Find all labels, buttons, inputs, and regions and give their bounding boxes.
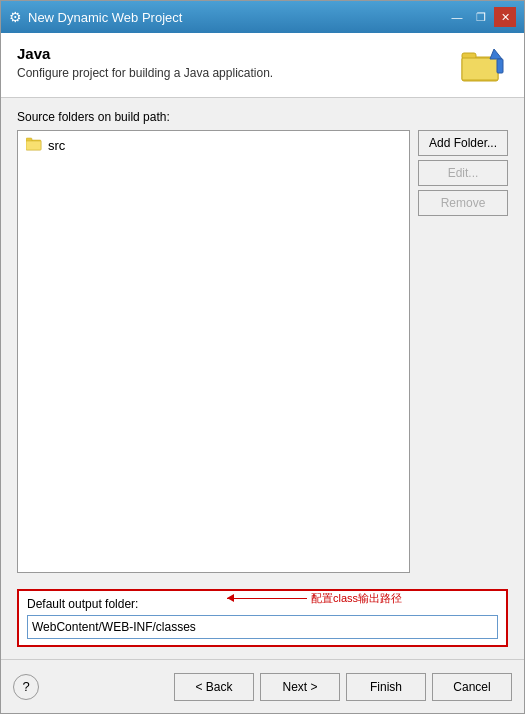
list-item[interactable]: src: [22, 135, 405, 156]
back-button[interactable]: < Back: [174, 673, 254, 701]
window-icon: ⚙: [9, 9, 22, 25]
src-folder-label: src: [48, 138, 65, 153]
svg-rect-7: [26, 141, 41, 150]
finish-button[interactable]: Finish: [346, 673, 426, 701]
build-path-area: src Add Folder... Edit... Remove: [17, 130, 508, 573]
source-folders-label: Source folders on build path:: [17, 110, 508, 124]
next-button[interactable]: Next >: [260, 673, 340, 701]
svg-rect-2: [462, 58, 498, 80]
edit-button[interactable]: Edit...: [418, 160, 508, 186]
content: Source folders on build path: src Add Fo…: [1, 98, 524, 659]
output-section-container: Default output folder: 配置class输出路径: [17, 581, 508, 647]
window-title: New Dynamic Web Project: [28, 10, 182, 25]
action-buttons: Add Folder... Edit... Remove: [418, 130, 508, 573]
header-text: Java Configure project for building a Ja…: [17, 45, 273, 80]
restore-button[interactable]: ❐: [470, 7, 492, 27]
close-button[interactable]: ✕: [494, 7, 516, 27]
output-section: Default output folder:: [17, 589, 508, 647]
title-bar-controls: — ❐ ✕: [446, 7, 516, 27]
header-title: Java: [17, 45, 273, 62]
add-folder-button[interactable]: Add Folder...: [418, 130, 508, 156]
remove-button[interactable]: Remove: [418, 190, 508, 216]
svg-rect-4: [497, 59, 503, 73]
output-folder-label: Default output folder:: [27, 597, 498, 611]
navigation-buttons: < Back Next > Finish Cancel: [174, 673, 512, 701]
window: ⚙ New Dynamic Web Project — ❐ ✕ Java Con…: [0, 0, 525, 714]
minimize-button[interactable]: —: [446, 7, 468, 27]
bottom-bar: ? < Back Next > Finish Cancel: [1, 659, 524, 713]
output-folder-input[interactable]: [27, 615, 498, 639]
src-folder-icon: [26, 137, 42, 154]
java-icon: [460, 45, 508, 85]
header-description: Configure project for building a Java ap…: [17, 66, 273, 80]
svg-marker-3: [490, 49, 502, 59]
title-bar-left: ⚙ New Dynamic Web Project: [9, 9, 182, 25]
header-section: Java Configure project for building a Ja…: [1, 33, 524, 98]
help-button[interactable]: ?: [13, 674, 39, 700]
cancel-button[interactable]: Cancel: [432, 673, 512, 701]
title-bar: ⚙ New Dynamic Web Project — ❐ ✕: [1, 1, 524, 33]
file-list[interactable]: src: [17, 130, 410, 573]
